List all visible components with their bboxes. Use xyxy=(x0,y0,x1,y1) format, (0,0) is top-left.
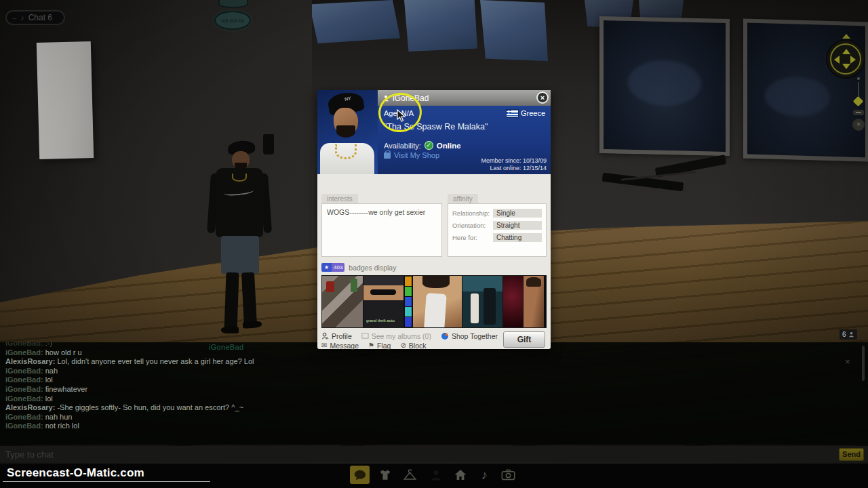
chat-log[interactable]: iGoneBad: :-) iGoneBad: how old r u Alex… xyxy=(0,342,868,445)
skylight-window xyxy=(404,0,477,52)
chat-tool-button[interactable] xyxy=(350,466,370,484)
relationship-value: Single xyxy=(493,209,542,218)
skylight-window xyxy=(480,0,548,64)
music-tool-button[interactable]: ♪ xyxy=(475,466,494,484)
visit-shop-link[interactable]: Visit My Shop xyxy=(394,151,439,159)
chat-room-label: Chat 6 xyxy=(28,13,52,22)
scene-avatar[interactable] xyxy=(201,137,273,333)
gift-button[interactable]: Gift xyxy=(503,331,545,348)
block-link[interactable]: ⊘ Block xyxy=(400,342,426,350)
speech-bubble-text: not rich lol xyxy=(221,18,244,24)
occupants-badge[interactable]: 6 xyxy=(840,329,857,340)
herefor-value: Chatting xyxy=(493,233,542,242)
member-since: Member since: 10/13/09 xyxy=(481,157,547,165)
flag-link[interactable]: ⚑ Flag xyxy=(368,342,391,350)
profile-link[interactable]: Profile xyxy=(321,332,352,340)
people-tool-button[interactable] xyxy=(426,466,446,484)
chat-scrollbar[interactable] xyxy=(862,346,865,381)
greece-flag-icon xyxy=(507,110,518,117)
rooms-tool-button[interactable] xyxy=(450,466,470,484)
chat-message: iGoneBad: nah hun xyxy=(0,413,868,422)
chat-message: iGoneBad: nah xyxy=(0,367,868,376)
block-icon: ⊘ xyxy=(400,342,406,349)
albums-link[interactable]: See my albums (0) xyxy=(361,332,431,340)
chat-message: AlexisRosary: Lol, didn't anyone ever te… xyxy=(0,357,868,367)
camera-dpad[interactable] xyxy=(827,41,864,77)
flag-icon: ⚑ xyxy=(368,342,374,349)
chat-input[interactable] xyxy=(0,446,839,462)
person-icon xyxy=(430,469,442,481)
zoom-slider[interactable]: × xyxy=(852,77,865,136)
watermark-underline xyxy=(3,481,210,482)
badge-image[interactable] xyxy=(524,276,544,327)
shop-icon xyxy=(384,152,391,159)
shop-together-icon xyxy=(441,332,449,340)
send-button[interactable]: Send xyxy=(839,448,864,461)
orientation-value: Straight xyxy=(493,221,542,230)
outfits-tool-button[interactable] xyxy=(400,466,420,484)
badges-count-chip: ★ 403 xyxy=(321,263,344,272)
chat-close-icon[interactable]: × xyxy=(845,357,850,367)
chat-message: iGoneBad: not rich lol xyxy=(0,422,868,431)
badge-image[interactable] xyxy=(503,276,524,327)
message-icon: ✉ xyxy=(321,342,327,349)
wall-canvas xyxy=(37,41,94,159)
badges-display-label: badges display xyxy=(349,264,396,272)
chat-room-button[interactable]: – ♪ Chat 6 xyxy=(5,10,65,25)
chat-input-bar: Send xyxy=(0,446,868,462)
dressup-tool-button[interactable] xyxy=(375,466,395,484)
music-note-icon: ♪ xyxy=(20,14,24,22)
zoom-out-button[interactable] xyxy=(853,110,864,115)
online-check-icon: ✓ xyxy=(425,141,433,150)
watermark: Screencast-O-Matic.com xyxy=(7,466,144,480)
profile-card-header: NY iGoneBad Age: N/A Greece xyxy=(317,90,551,174)
close-controls-button[interactable]: × xyxy=(852,119,865,131)
people-icon xyxy=(848,331,854,338)
badge-image[interactable] xyxy=(404,276,413,327)
home-icon xyxy=(454,468,467,481)
chat-message: iGoneBad: finewhatever xyxy=(0,385,868,394)
star-icon: ★ xyxy=(321,263,332,272)
profile-card-body: interests WOGS--------we only get sexier… xyxy=(317,174,551,349)
slider-handle[interactable] xyxy=(853,96,864,107)
shop-together-link[interactable]: Shop Together xyxy=(441,332,498,340)
camera-tool-button[interactable] xyxy=(498,466,518,484)
relationship-label: Relationship: xyxy=(452,209,493,217)
app-window: not rich lol iGoneBad – ♪ Chat 6 × N xyxy=(0,0,868,488)
badge-image[interactable] xyxy=(322,276,363,327)
slider-dot xyxy=(857,77,860,80)
affinity-tab: affinity xyxy=(448,194,478,203)
speech-bubble-upper xyxy=(218,0,248,8)
dpad-right-icon[interactable] xyxy=(850,56,856,64)
message-link[interactable]: ✉ Message xyxy=(321,342,359,350)
profile-photo[interactable]: NY xyxy=(317,90,378,174)
occupants-count: 6 xyxy=(842,331,846,338)
speech-bubble: not rich lol xyxy=(214,11,251,30)
badge-image[interactable] xyxy=(462,276,503,327)
dpad-left-icon[interactable] xyxy=(834,56,840,64)
orientation-label: Orientation: xyxy=(452,222,493,229)
wall-window xyxy=(599,16,730,156)
chat-bubble-icon xyxy=(353,469,367,481)
music-note-icon: ♪ xyxy=(481,468,488,481)
slider-track[interactable] xyxy=(858,82,859,97)
interests-box: WOGS--------we only get sexier xyxy=(321,203,442,257)
availability-label: Availability: xyxy=(384,142,421,150)
badge-image[interactable] xyxy=(363,276,404,327)
badges-count: 403 xyxy=(332,263,344,272)
dpad-down-icon[interactable] xyxy=(842,64,850,69)
collapse-icon[interactable]: – xyxy=(12,14,16,22)
pan-up-icon[interactable] xyxy=(842,34,850,39)
badge-image[interactable] xyxy=(413,276,462,327)
chaise-lounge[interactable] xyxy=(602,160,728,214)
camera-icon xyxy=(501,469,515,481)
badges-strip xyxy=(321,275,547,328)
dpad-up-icon[interactable] xyxy=(842,49,850,54)
herefor-label: Here for: xyxy=(452,234,493,241)
interests-tab: interests xyxy=(321,194,358,203)
close-icon[interactable]: × xyxy=(536,92,549,104)
chat-message: iGoneBad: lol xyxy=(0,375,868,385)
interests-text: WOGS--------we only get sexier xyxy=(327,208,425,216)
profile-card: NY iGoneBad Age: N/A Greece xyxy=(317,90,551,349)
avatar-name-tag: iGoneBad xyxy=(209,343,243,351)
